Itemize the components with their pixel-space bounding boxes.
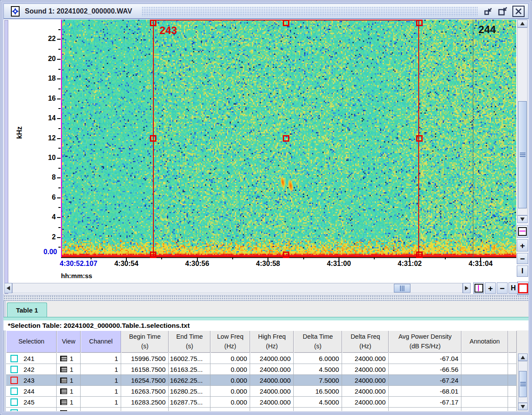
minimize-button[interactable] (484, 7, 493, 16)
cell-delta_freq[interactable]: 24000.000 (342, 375, 389, 386)
cell-view[interactable]: 1 (57, 353, 81, 364)
column-header-selection[interactable]: Selection (6, 330, 57, 353)
cell-channel[interactable]: 1 (81, 353, 121, 364)
hscroll-right-button[interactable] (463, 283, 471, 293)
selection-resize-handle[interactable] (283, 252, 289, 258)
selection-resize-handle[interactable] (150, 252, 156, 258)
column-header-avg_power_density[interactable]: Avg Power Density(dB FS/Hz) (389, 330, 461, 353)
cell-delta_time[interactable]: 7.5000 (294, 375, 342, 386)
selection-marker[interactable] (10, 355, 18, 362)
cell-end_time[interactable]: 16002.75... (169, 353, 210, 364)
table-vscroll-up-button[interactable] (518, 354, 528, 361)
selection-resize-handle[interactable] (416, 135, 423, 142)
cell-annotation[interactable] (461, 408, 508, 411)
cell-channel[interactable]: 1 (81, 364, 121, 375)
cell-begin_time[interactable]: 15996.7500 (121, 353, 169, 364)
table-row-246[interactable]: 2461116328.250016332.75...0.00024000.000… (6, 408, 517, 411)
cell-channel[interactable]: 1 (81, 375, 121, 386)
selection-resize-handle[interactable] (150, 20, 156, 26)
zoom-in-horizontal-button[interactable]: + (485, 282, 496, 294)
selection-resize-handle[interactable] (150, 135, 156, 142)
cell-avg_power_density[interactable]: -66.56 (389, 364, 461, 375)
column-header-end_time[interactable]: End Time(s) (169, 330, 210, 353)
hscroll-track[interactable] (12, 283, 463, 293)
cell-low_freq[interactable]: 0.000 (210, 386, 250, 397)
selection-marker[interactable] (10, 398, 18, 406)
cell-delta_freq[interactable]: 24000.000 (342, 408, 389, 411)
cell-view[interactable]: 1 (57, 397, 81, 408)
close-button[interactable] (512, 6, 525, 17)
cell-channel[interactable]: 1 (81, 397, 121, 408)
cell-end_time[interactable]: 16280.25... (169, 386, 210, 397)
table-vscroll-down-button[interactable] (518, 403, 528, 410)
table-row-241[interactable]: 2411115996.750016002.75...0.00024000.000… (6, 353, 517, 364)
cell-low_freq[interactable]: 0.000 (210, 408, 250, 411)
view-all-horizontal-button[interactable] (473, 282, 484, 294)
cell-selection[interactable]: 246 (6, 408, 57, 411)
cell-high_freq[interactable]: 24000.000 (250, 397, 294, 408)
cell-view[interactable]: 1 (57, 364, 81, 375)
cell-delta_time[interactable]: 4.5000 (294, 397, 342, 408)
zoom-out-horizontal-button[interactable]: − (497, 282, 508, 294)
column-header-delta_freq[interactable]: Delta Freq(Hz) (342, 330, 389, 353)
cell-high_freq[interactable]: 24000.000 (250, 375, 294, 386)
table-row-242[interactable]: 2421116158.750016163.25...0.00024000.000… (6, 364, 517, 375)
cell-channel[interactable]: 1 (81, 386, 121, 397)
cell-high_freq[interactable]: 24000.000 (250, 386, 294, 397)
restore-button[interactable] (498, 7, 508, 16)
vscroll-thumb[interactable] (518, 101, 527, 208)
fit-vertical-button[interactable]: I (517, 265, 528, 277)
cell-selection[interactable]: 241 (6, 353, 57, 364)
cell-annotation[interactable] (461, 386, 508, 397)
zoom-in-vertical-button[interactable]: + (517, 239, 528, 252)
vscroll-up-button[interactable] (517, 20, 528, 27)
cell-view[interactable]: 1 (57, 408, 81, 411)
cell-avg_power_density[interactable]: -67.24 (389, 375, 461, 386)
cell-delta_freq[interactable]: 24000.000 (342, 364, 389, 375)
selection-marker[interactable] (10, 409, 18, 412)
cell-delta_freq[interactable]: 24000.000 (342, 386, 389, 397)
cell-low_freq[interactable]: 0.000 (210, 397, 250, 408)
cell-end_time[interactable]: 16262.25... (169, 375, 210, 386)
fit-horizontal-button[interactable]: H (508, 282, 518, 294)
cell-selection[interactable]: 242 (6, 364, 57, 375)
split-pane-divider[interactable] (3, 295, 529, 301)
cell-low_freq[interactable]: 0.000 (210, 364, 250, 375)
cell-selection[interactable]: 244 (6, 386, 57, 397)
new-selection-button[interactable] (517, 282, 529, 295)
column-header-low_freq[interactable]: Low Freq(Hz) (210, 330, 250, 353)
cell-begin_time[interactable]: 16283.2500 (121, 397, 169, 408)
title-bar[interactable]: Sound 1: 20241002_000000.WAV (3, 3, 529, 19)
cell-delta_time[interactable]: 4.5000 (294, 408, 342, 411)
zoom-out-vertical-button[interactable]: − (517, 253, 528, 264)
cell-low_freq[interactable]: 0.000 (210, 375, 250, 386)
hscroll-thumb[interactable] (394, 284, 410, 293)
cell-delta_time[interactable]: 6.0000 (294, 353, 342, 364)
cell-begin_time[interactable]: 16254.7500 (121, 375, 169, 386)
selection-marker-active[interactable] (10, 377, 18, 384)
column-header-annotation[interactable]: Annotation (461, 330, 508, 353)
cell-view[interactable]: 1 (57, 375, 81, 386)
cell-high_freq[interactable]: 24000.000 (250, 353, 294, 364)
cell-high_freq[interactable]: 24000.000 (250, 364, 294, 375)
cell-end_time[interactable]: 16163.25... (169, 364, 210, 375)
table-row-245[interactable]: 2451116283.250016287.75...0.00024000.000… (6, 397, 517, 408)
cell-selection[interactable]: 245 (6, 397, 57, 408)
cell-low_freq[interactable]: 0.000 (210, 353, 250, 364)
cell-begin_time[interactable]: 16263.7500 (121, 386, 169, 397)
table-vscroll-thumb[interactable] (519, 371, 527, 397)
tab-table-1[interactable]: Table 1 (7, 303, 47, 317)
cell-delta_time[interactable]: 16.5000 (294, 386, 342, 397)
column-header-high_freq[interactable]: High Freq(Hz) (250, 330, 294, 353)
vscroll-down-button[interactable] (517, 215, 528, 223)
selection-marker[interactable] (10, 388, 18, 395)
view-all-vertical-button[interactable] (517, 225, 528, 238)
cell-avg_power_density[interactable]: -67.04 (389, 353, 461, 364)
cell-selection[interactable]: 243 (6, 375, 57, 386)
cell-view[interactable]: 1 (57, 386, 81, 397)
column-header-view[interactable]: View (57, 330, 81, 353)
cell-delta_freq[interactable]: 24000.000 (342, 353, 389, 364)
table-row-243[interactable]: 2431116254.750016262.25...0.00024000.000… (6, 375, 517, 386)
selection-resize-handle[interactable] (416, 20, 423, 26)
cell-avg_power_density[interactable]: -68.74 (389, 408, 461, 411)
